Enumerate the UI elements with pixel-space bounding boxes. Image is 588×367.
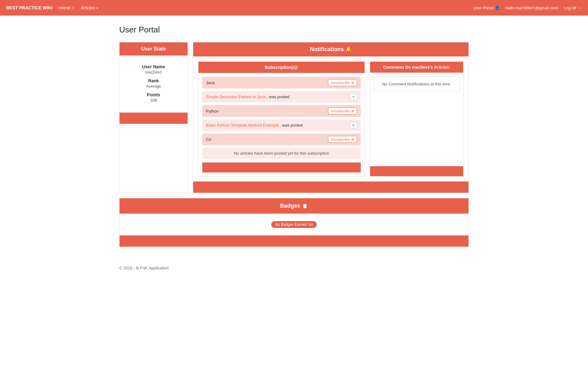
dismiss-python-article-button[interactable]: ⊗ bbox=[350, 122, 357, 128]
unsubscribe-csharp-button[interactable]: Unsubscribe ⊗ bbox=[328, 136, 357, 143]
subscriptions-panel: Subscription(s): Java Unsubscribe ⊗ bbox=[198, 61, 365, 176]
points-value: 108 bbox=[125, 98, 183, 103]
username-label: User Name bbox=[125, 64, 183, 69]
username-value: macDev1 bbox=[125, 70, 183, 75]
subscription-csharp-name: C# bbox=[206, 137, 211, 142]
top-section: User Stats User Name macDev1 Rank Averag… bbox=[119, 42, 469, 193]
bell-icon bbox=[345, 46, 352, 52]
subscription-python-name: Python bbox=[206, 109, 218, 113]
subscriptions-body: Java Unsubscribe ⊗ Simple Decorator Patt… bbox=[198, 73, 365, 176]
notifications-header: Notifications bbox=[193, 42, 468, 56]
articles-link[interactable]: Articles bbox=[81, 5, 98, 10]
subscription-python: Python Unsubscribe ⊗ bbox=[202, 105, 361, 117]
user-icon bbox=[495, 5, 500, 10]
comments-body: No Comment Notifications at this time. bbox=[370, 73, 463, 166]
notifications-bottom-bar bbox=[193, 181, 468, 193]
brand-link[interactable]: BEST PRACTICE WIKI bbox=[6, 5, 52, 10]
page-title: User Portal bbox=[119, 25, 469, 35]
user-stats-panel: User Stats User Name macDev1 Rank Averag… bbox=[119, 42, 188, 193]
navbar: BEST PRACTICE WIKI Home Articles User Po… bbox=[0, 0, 588, 16]
home-icon bbox=[71, 5, 75, 11]
notifications-panel: Notifications Subscription(s): Java Unsu… bbox=[193, 42, 469, 193]
logoff-link[interactable]: Log off bbox=[564, 5, 582, 10]
user-portal-link[interactable]: User Portal bbox=[473, 5, 500, 10]
circle-x-icon: ⊗ bbox=[352, 123, 355, 127]
footer: © 2018 - B.P.W. Application bbox=[107, 259, 481, 277]
navbar-left: BEST PRACTICE WIKI Home Articles bbox=[6, 5, 98, 11]
rank-value: Average bbox=[125, 84, 183, 89]
circle-x-icon: ⊗ bbox=[351, 109, 354, 113]
java-article-link[interactable]: Simple Decorator Pattern in Java bbox=[206, 94, 266, 99]
dismiss-java-article-button[interactable]: ⊗ bbox=[350, 94, 357, 100]
no-comments-text: No Comment Notifications at this time. bbox=[374, 76, 459, 92]
comments-header: Comments On macDev1's Articles: bbox=[370, 62, 463, 73]
navbar-right: User Portal Hello macMiller1@gmail.com! … bbox=[473, 5, 582, 10]
home-link[interactable]: Home bbox=[59, 5, 75, 11]
logout-icon bbox=[577, 5, 582, 10]
badges-footer bbox=[120, 235, 468, 247]
subscriptions-footer bbox=[202, 162, 361, 172]
comments-footer bbox=[370, 166, 463, 176]
user-stats-body: User Name macDev1 Rank Average Points 10… bbox=[120, 56, 188, 108]
subscriptions-header: Subscription(s): bbox=[198, 62, 365, 73]
footer-text: © 2018 - B.P.W. Application bbox=[119, 266, 169, 270]
badge-icon bbox=[302, 203, 308, 209]
python-article-link[interactable]: Basic Python Template Method Example bbox=[206, 123, 279, 128]
subscription-csharp: C# Unsubscribe ⊗ bbox=[202, 133, 361, 145]
subscription-java: Java Unsubscribe ⊗ bbox=[202, 77, 361, 89]
badges-body: No Badges Earned Yet bbox=[120, 214, 468, 235]
unsubscribe-python-button[interactable]: Unsubscribe ⊗ bbox=[328, 108, 357, 114]
circle-x-icon: ⊗ bbox=[352, 95, 355, 99]
circle-x-icon: ⊗ bbox=[351, 80, 354, 85]
subscription-java-name: Java bbox=[206, 80, 214, 85]
circle-x-icon: ⊗ bbox=[351, 137, 354, 142]
notifications-body: Subscription(s): Java Unsubscribe ⊗ bbox=[193, 56, 468, 181]
articles-caret-icon bbox=[96, 5, 98, 10]
user-stats-header: User Stats bbox=[120, 42, 188, 56]
rank-label: Rank bbox=[125, 78, 183, 83]
java-article-notification: Simple Decorator Pattern in Java , was p… bbox=[202, 91, 361, 103]
hello-text: Hello macMiller1@gmail.com! bbox=[505, 6, 559, 10]
main-content: User Portal User Stats User Name macDev1… bbox=[107, 16, 481, 259]
points-label: Points bbox=[125, 92, 183, 97]
badges-section: Badges No Badges Earned Yet bbox=[119, 198, 469, 247]
user-stats-footer bbox=[120, 113, 188, 124]
unsubscribe-java-button[interactable]: Unsubscribe ⊗ bbox=[328, 79, 357, 86]
python-article-notification: Basic Python Template Method Example , w… bbox=[202, 119, 361, 131]
comments-panel: Comments On macDev1's Articles: No Comme… bbox=[370, 61, 463, 176]
no-badges-text: No Badges Earned Yet bbox=[271, 221, 316, 228]
badges-header: Badges bbox=[120, 198, 468, 214]
csharp-no-articles: No articles have been posted yet for thi… bbox=[202, 148, 361, 159]
